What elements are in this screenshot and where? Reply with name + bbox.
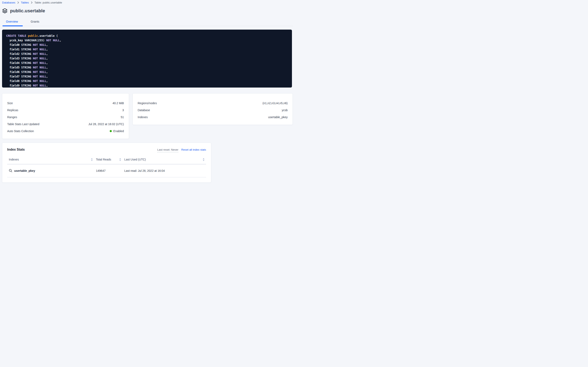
breadcrumb-link-databases[interactable]: Databases xyxy=(2,1,15,4)
stat-value: (n1,n2,n3,n4,n5,n6) xyxy=(263,101,288,105)
detail-cards-row: Size 40.2 MiB Replicas 3 Ranges 51 Table… xyxy=(2,93,293,139)
tab-grants[interactable]: Grants xyxy=(28,18,42,26)
stat-label: Ranges xyxy=(7,116,17,119)
stat-row: Auto Stats Collection Enabled xyxy=(7,128,124,135)
page-title: public.usertable xyxy=(10,8,45,14)
last-used-cell: Last read: Jul 28, 2022 at 16:04 xyxy=(123,164,206,177)
stat-label: Table Stats Last Updated xyxy=(7,123,39,126)
page-content: Databases Tables Table: public.usertable… xyxy=(2,0,293,183)
breadcrumb-link-tables[interactable]: Tables xyxy=(21,1,29,4)
stat-row: Size 40.2 MiB xyxy=(7,100,124,107)
page-header: public.usertable xyxy=(2,8,293,14)
breadcrumb-current: Table: public.usertable xyxy=(34,1,62,4)
sort-icon[interactable] xyxy=(91,158,93,161)
column-label: Last Used (UTC) xyxy=(124,158,146,161)
stat-value: 51 xyxy=(121,116,124,119)
stat-value: 3 xyxy=(122,108,124,112)
breadcrumb: Databases Tables Table: public.usertable xyxy=(2,0,293,4)
sort-icon[interactable] xyxy=(119,158,121,161)
sort-icon[interactable] xyxy=(203,158,204,161)
index-stats-title: Index Stats xyxy=(7,148,157,151)
create-table-sql-block[interactable]: CREATE TABLE public.usertable ( ycsb_key… xyxy=(2,30,292,88)
last-reset-label[interactable]: Last reset: Never xyxy=(157,148,178,152)
tab-bar: Overview Grants xyxy=(2,18,293,26)
stat-value: 40.2 MiB xyxy=(113,101,124,105)
column-header-indexes[interactable]: Indexes xyxy=(7,157,94,164)
table-details-card: Size 40.2 MiB Replicas 3 Ranges 51 Table… xyxy=(2,93,129,139)
table-topology-card: Regions/nodes (n1,n2,n3,n4,n5,n6) Databa… xyxy=(133,93,293,125)
stat-label: Size xyxy=(7,101,13,105)
table-row: usertable_pkey 149647 Last read: Jul 28,… xyxy=(7,164,206,177)
stat-label: Indexes xyxy=(138,116,148,119)
sql-code: CREATE TABLE public.usertable ( ycsb_key… xyxy=(6,33,288,88)
reset-index-stats-link[interactable]: Reset all index stats xyxy=(181,148,206,151)
status-dot xyxy=(110,130,112,132)
column-label: Total Reads xyxy=(96,158,111,161)
chevron-right-icon xyxy=(31,1,33,4)
search-icon xyxy=(9,169,12,172)
stat-row: Replicas 3 xyxy=(7,107,124,114)
stat-label: Auto Stats Collection xyxy=(7,129,34,133)
index-name[interactable]: usertable_pkey xyxy=(14,169,35,172)
total-reads-cell: 149647 xyxy=(94,164,123,177)
stat-value: Enabled xyxy=(110,129,124,133)
chevron-right-icon xyxy=(17,1,19,4)
stat-label: Replicas xyxy=(7,108,18,112)
stat-row: Table Stats Last Updated Jul 28, 2022 at… xyxy=(7,121,124,128)
stat-label: Regions/nodes xyxy=(138,101,157,105)
stat-value: ycsb xyxy=(282,108,288,112)
stat-row: Database ycsb xyxy=(138,107,288,114)
index-table-header-row: Indexes Total Reads Last Used (UTC) xyxy=(7,157,206,164)
layers-icon xyxy=(2,8,8,14)
stat-row: Regions/nodes (n1,n2,n3,n4,n5,n6) xyxy=(138,100,288,107)
column-header-total-reads[interactable]: Total Reads xyxy=(94,157,123,164)
column-header-last-used[interactable]: Last Used (UTC) xyxy=(123,157,206,164)
stat-value: Jul 28, 2022 at 16:02 (UTC) xyxy=(88,123,124,126)
stat-row: Indexes usertable_pkey xyxy=(138,114,288,121)
index-stats-header: Index Stats Last reset: Never Reset all … xyxy=(7,148,206,152)
stat-label: Database xyxy=(138,108,150,112)
tab-overview[interactable]: Overview xyxy=(3,18,20,26)
index-stats-table: Indexes Total Reads Last Used (UTC) xyxy=(7,157,206,177)
stat-value: usertable_pkey xyxy=(268,116,288,119)
column-label: Indexes xyxy=(9,158,19,161)
index-name-cell[interactable]: usertable_pkey xyxy=(9,169,93,172)
index-stats-card: Index Stats Last reset: Never Reset all … xyxy=(2,143,211,183)
stat-row: Ranges 51 xyxy=(7,114,124,121)
